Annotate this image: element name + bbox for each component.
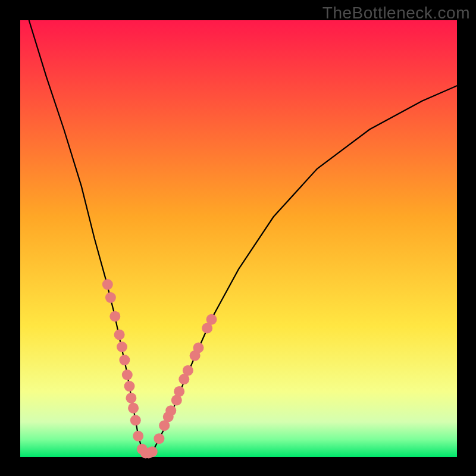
- highlight-dot: [122, 369, 133, 380]
- highlight-dot: [133, 431, 143, 441]
- watermark-text: TheBottleneck.com: [322, 4, 470, 23]
- highlight-dot: [174, 386, 184, 397]
- chart-frame: TheBottleneck.com: [0, 0, 476, 476]
- highlight-dot: [126, 393, 136, 403]
- highlight-dot: [117, 342, 127, 352]
- highlight-dot: [130, 415, 141, 425]
- highlight-dot: [206, 314, 217, 325]
- highlight-dot: [105, 292, 116, 303]
- highlight-dot: [128, 403, 139, 414]
- highlight-dot: [102, 279, 113, 290]
- highlight-dot: [124, 381, 135, 392]
- highlight-dot: [109, 311, 120, 322]
- highlight-dot: [114, 330, 125, 340]
- highlight-dot: [183, 365, 193, 376]
- highlight-dot: [119, 355, 130, 365]
- highlight-dot: [147, 446, 158, 457]
- bottleneck-chart: [0, 0, 476, 476]
- plot-background: [20, 20, 457, 457]
- highlight-dot: [165, 405, 176, 416]
- highlight-dot: [154, 433, 164, 444]
- highlight-dot: [193, 343, 204, 353]
